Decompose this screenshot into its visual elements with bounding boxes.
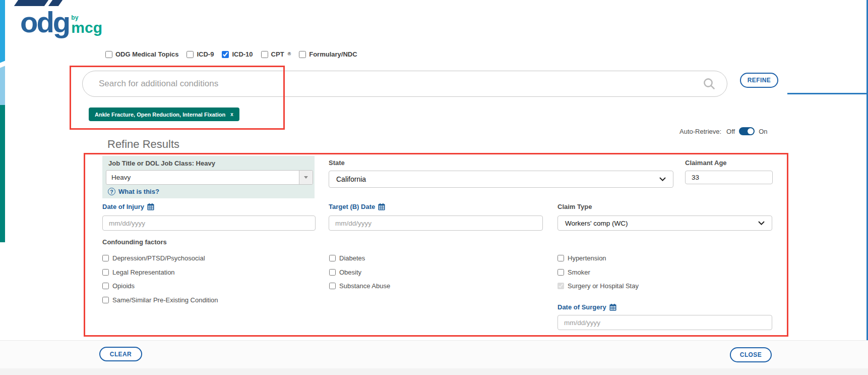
remove-condition-icon[interactable]: x — [230, 112, 233, 117]
job-class-label: Job Title or DOL Job Class: Heavy — [108, 159, 215, 167]
checkbox-surgery-or-hospital-stay: Surgery or Hospital Stay — [557, 282, 639, 290]
cpt-checkbox[interactable] — [261, 51, 268, 58]
selected-condition-tag[interactable]: Ankle Fracture, Open Reduction, Internal… — [89, 108, 239, 121]
claim-type-select[interactable]: Workers' comp (WC) — [557, 216, 772, 231]
condition-search-bar — [82, 71, 727, 97]
filter-icd10[interactable]: ICD-10 — [222, 50, 253, 58]
checkbox-diabetes[interactable]: Diabetes — [329, 254, 365, 262]
obesity-checkbox[interactable] — [329, 269, 336, 276]
date-of-surgery-input[interactable] — [557, 315, 772, 330]
job-class-combobox — [106, 170, 313, 185]
depression-checkbox[interactable] — [102, 255, 109, 261]
same-similar-checkbox[interactable] — [102, 297, 109, 303]
hypertension-checkbox[interactable] — [557, 255, 564, 261]
auto-retrieve-label: Auto-Retrieve: — [679, 128, 721, 135]
auto-retrieve-control: Auto-Retrieve: Off On — [679, 127, 768, 135]
calendar-icon[interactable] — [147, 203, 154, 210]
state-label: State — [329, 159, 345, 167]
target-b-date-label: Target (B) Date — [329, 203, 385, 210]
auto-retrieve-off-label: Off — [726, 128, 735, 135]
surgery-hospital-stay-checkbox — [557, 283, 564, 289]
target-b-date-input[interactable] — [329, 216, 543, 231]
claimant-age-input[interactable] — [685, 171, 773, 184]
search-input[interactable] — [98, 78, 703, 89]
footer-band-dark — [0, 368, 868, 375]
filter-label: ICD-9 — [197, 50, 214, 58]
toggle-knob — [748, 128, 754, 134]
calendar-icon[interactable] — [609, 304, 616, 311]
substance-abuse-checkbox[interactable] — [329, 283, 336, 289]
icd9-checkbox[interactable] — [187, 51, 194, 58]
opioids-checkbox[interactable] — [102, 283, 109, 289]
formulary-ndc-checkbox[interactable] — [299, 51, 306, 58]
filter-icd9[interactable]: ICD-9 — [187, 50, 214, 58]
logo-odg-text: odg — [20, 8, 69, 36]
odg-medical-topics-checkbox[interactable] — [105, 51, 112, 58]
legal-representation-checkbox[interactable] — [102, 269, 109, 276]
confounding-factors-label: Confounding factors — [102, 238, 167, 246]
state-value: California — [336, 175, 366, 183]
left-accent-bar-blue — [0, 0, 5, 66]
job-class-dropdown-button[interactable] — [299, 171, 313, 184]
claim-type-value: Workers' comp (WC) — [565, 220, 628, 227]
chevron-down-icon — [304, 176, 308, 179]
job-class-input[interactable] — [106, 171, 299, 184]
condition-tag-label: Ankle Fracture, Open Reduction, Internal… — [95, 112, 225, 118]
odg-refine-page: odg by mcg ODG Medical Topics ICD-9 ICD-… — [0, 0, 868, 375]
filter-label: ODG Medical Topics — [115, 50, 178, 58]
odg-by-mcg-logo: odg by mcg — [20, 8, 102, 36]
chevron-down-icon — [758, 221, 765, 225]
filter-odg-medical-topics[interactable]: ODG Medical Topics — [105, 50, 178, 58]
smoker-checkbox[interactable] — [557, 269, 564, 276]
filter-label: CPT — [271, 50, 284, 58]
checkbox-depression[interactable]: Depression/PTSD/Psychosocial — [102, 254, 205, 262]
checkbox-legal-representation[interactable]: Legal Representation — [102, 269, 175, 276]
left-accent-bar-teal — [0, 105, 5, 242]
calendar-icon[interactable] — [378, 203, 385, 210]
icd10-checkbox[interactable] — [222, 51, 229, 58]
refine-results-title: Refine Results — [107, 138, 179, 151]
diabetes-checkbox[interactable] — [329, 255, 336, 261]
doc-type-filter-row: ODG Medical Topics ICD-9 ICD-10 CPT® For… — [105, 50, 357, 58]
checkbox-smoker[interactable]: Smoker — [557, 269, 590, 276]
right-horizontal-line — [787, 93, 868, 94]
checkbox-same-similar-preexisting[interactable]: Same/Similar Pre-Existing Condition — [102, 296, 218, 304]
state-select[interactable]: California — [329, 171, 673, 188]
what-is-this-link[interactable]: ? What is this? — [108, 188, 159, 195]
registered-mark: ® — [288, 51, 291, 57]
clear-button[interactable]: CLEAR — [99, 347, 142, 361]
logo-mcg-text: mcg — [71, 21, 102, 35]
search-icon[interactable] — [703, 77, 716, 90]
chevron-down-icon — [659, 177, 666, 181]
claim-type-label: Claim Type — [557, 203, 592, 210]
filter-label: ICD-10 — [232, 50, 253, 58]
auto-retrieve-toggle[interactable] — [739, 127, 755, 135]
question-circle-icon: ? — [108, 188, 115, 195]
date-of-injury-label: Date of Injury — [102, 203, 154, 210]
close-button[interactable]: CLOSE — [730, 347, 772, 362]
claimant-age-label: Claimant Age — [685, 159, 727, 167]
date-of-injury-input[interactable] — [102, 216, 316, 231]
checkbox-opioids[interactable]: Opioids — [102, 282, 135, 290]
checkbox-obesity[interactable]: Obesity — [329, 269, 361, 276]
filter-label: Formulary/NDC — [309, 50, 357, 58]
filter-formulary-ndc[interactable]: Formulary/NDC — [299, 50, 357, 58]
what-is-this-text: What is this? — [118, 188, 159, 195]
filter-cpt[interactable]: CPT® — [261, 50, 291, 58]
checkbox-hypertension[interactable]: Hypertension — [557, 254, 606, 262]
refine-button[interactable]: REFINE — [740, 73, 778, 88]
auto-retrieve-on-label: On — [759, 128, 767, 135]
checkbox-substance-abuse[interactable]: Substance Abuse — [329, 282, 390, 290]
date-of-surgery-label: Date of Surgery — [557, 303, 616, 311]
left-accent-bar-light — [0, 66, 5, 105]
